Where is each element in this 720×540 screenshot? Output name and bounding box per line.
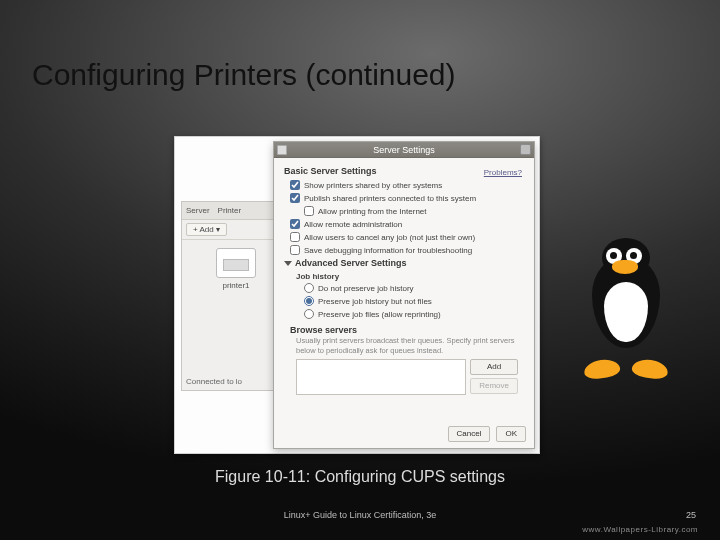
opt-show-shared[interactable]: Show printers shared by other systems [290,180,524,191]
opt-job-history[interactable]: Preserve job history but not files [304,296,524,307]
slide-title: Configuring Printers (continued) [32,58,456,92]
problems-link[interactable]: Problems? [484,168,522,177]
add-printer-button[interactable]: + Add ▾ [186,223,227,236]
radio-job-history[interactable] [304,296,314,306]
opt-publish-shared[interactable]: Publish shared printers connected to thi… [290,193,524,204]
checkbox-allow-remote-admin[interactable] [290,219,300,229]
opt-allow-remote-admin[interactable]: Allow remote administration [290,219,524,230]
slide: Configuring Printers (continued) Server … [0,0,720,540]
window-icon [277,145,287,155]
printer-item[interactable]: printer1 [209,248,263,290]
label-show-shared: Show printers shared by other systems [304,180,442,191]
opt-save-debug[interactable]: Save debugging information for troublesh… [290,245,524,256]
dialog-title: Server Settings [373,145,435,155]
label-save-debug: Save debugging information for troublesh… [304,245,472,256]
expand-triangle-icon[interactable] [284,261,292,266]
menu-server[interactable]: Server [182,206,214,215]
browse-servers-list[interactable] [296,359,466,395]
label-job-files: Preserve job files (allow reprinting) [318,309,441,320]
chevron-down-icon: ▾ [216,225,220,234]
menu-printer[interactable]: Printer [214,206,246,215]
radio-job-files[interactable] [304,309,314,319]
add-label: + Add [193,225,214,234]
browse-servers-note: Usually print servers broadcast their qu… [296,336,518,356]
radio-job-none[interactable] [304,283,314,293]
remove-server-button: Remove [470,378,518,394]
label-allow-cancel-any: Allow users to cancel any job (not just … [304,232,475,243]
printer-icon [216,248,256,278]
ok-button[interactable]: OK [496,426,526,442]
checkbox-publish-shared[interactable] [290,193,300,203]
opt-job-none[interactable]: Do not preserve job history [304,283,524,294]
browse-servers-heading: Browse servers [290,325,524,335]
cancel-button[interactable]: Cancel [448,426,491,442]
checkbox-allow-cancel-any[interactable] [290,232,300,242]
footer-text: Linux+ Guide to Linux Certification, 3e [0,510,720,520]
label-allow-internet: Allow printing from the Internet [318,206,427,217]
tux-penguin-image [574,238,678,378]
label-job-none: Do not preserve job history [318,283,414,294]
label-publish-shared: Publish shared printers connected to thi… [304,193,476,204]
connection-status: Connected to lo [186,377,242,386]
opt-allow-cancel-any[interactable]: Allow users to cancel any job (not just … [290,232,524,243]
watermark: www.Wallpapers-Library.com [582,525,698,534]
label-job-history: Preserve job history but not files [318,296,432,307]
checkbox-allow-internet[interactable] [304,206,314,216]
dialog-titlebar[interactable]: Server Settings [274,142,534,158]
add-server-button[interactable]: Add [470,359,518,375]
opt-job-files[interactable]: Preserve job files (allow reprinting) [304,309,524,320]
label-allow-remote-admin: Allow remote administration [304,219,402,230]
screenshot-panel: Server Printer + Add ▾ printer1 Connecte… [174,136,540,454]
page-number: 25 [686,510,696,520]
checkbox-save-debug[interactable] [290,245,300,255]
job-history-heading: Job history [296,272,524,281]
close-icon[interactable] [520,144,531,155]
advanced-settings-heading: Advanced Server Settings [284,258,524,268]
figure-caption: Figure 10-11: Configuring CUPS settings [0,468,720,486]
opt-allow-internet[interactable]: Allow printing from the Internet [304,206,524,217]
printer-label: printer1 [209,281,263,290]
server-settings-dialog: Server Settings Problems? Basic Server S… [273,141,535,449]
checkbox-show-shared[interactable] [290,180,300,190]
